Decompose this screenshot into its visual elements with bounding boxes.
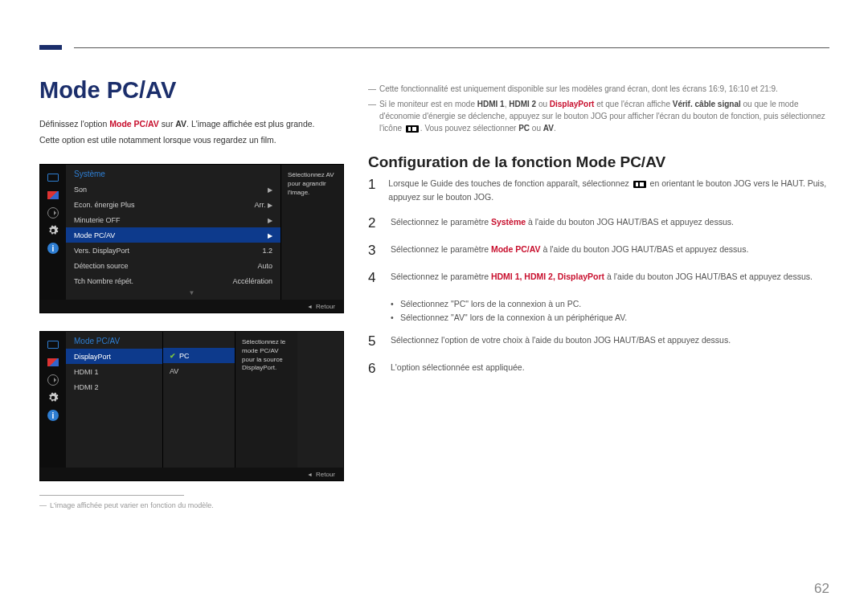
footnote-text: L'image affichée peut varier en fonction… <box>50 501 214 509</box>
step-number: 2 <box>368 215 379 231</box>
step-number: 6 <box>368 361 379 377</box>
step-2: 2 Sélectionnez le paramètre Système à l'… <box>368 215 829 231</box>
return-label: Retour <box>316 471 335 478</box>
step-4: 4 Sélectionnez le paramètre HDMI 1, HDMI… <box>368 270 829 286</box>
picture-icon <box>45 354 61 370</box>
t: PC <box>518 124 530 133</box>
t: Mode PC/AV <box>491 244 541 254</box>
page-number: 62 <box>814 581 829 597</box>
steps-list: 1 Lorsque le Guide des touches de foncti… <box>368 177 829 388</box>
osd-menu-row: HDMI 2 <box>66 379 162 394</box>
t: à l'aide du bouton JOG HAUT/BAS et appuy… <box>526 217 734 227</box>
osd-footer: ◄Retour <box>40 468 343 480</box>
intro-line2: Cette option est utile notamment lorsque… <box>39 133 329 146</box>
t: Mode PC/AV <box>109 119 159 129</box>
step-text: Sélectionnez le paramètre Système à l'ai… <box>391 215 734 229</box>
info-icon: i <box>45 407 61 423</box>
header-rule <box>74 47 829 48</box>
t: HDMI 2 <box>509 100 536 108</box>
osd-header: Système <box>66 170 280 182</box>
osd-menu-row: Mode PC/AV ▶ <box>66 227 280 243</box>
header-accent <box>39 45 62 50</box>
osd-menu-row: DisplayPort <box>66 349 162 364</box>
step-3: 3 Sélectionnez le paramètre Mode PC/AV à… <box>368 243 829 259</box>
osd-menu-row: Econ. énergie PlusArr. ▶ <box>66 197 280 212</box>
step-number: 4 <box>368 270 379 286</box>
dash-icon: ― <box>368 83 376 95</box>
footnote: ―L'image affichée peut varier en fonctio… <box>39 501 214 509</box>
osd-sidebar: i <box>40 165 66 300</box>
back-arrow-icon: ◄ <box>307 472 313 477</box>
osd-header: Mode PC/AV <box>66 337 162 349</box>
osd-menu-row: HDMI 1 <box>66 364 162 379</box>
gear-icon <box>45 390 61 406</box>
osd-menu-row: Détection sourceAuto <box>66 258 280 273</box>
step-1: 1 Lorsque le Guide des touches de foncti… <box>368 177 829 204</box>
t: HDMI 1, HDMI 2, DisplayPort <box>491 272 604 281</box>
osd-sidebar: i <box>40 332 66 468</box>
bullet: Sélectionnez "AV" lors de la connexion à… <box>391 311 829 325</box>
menu-icon <box>406 125 419 133</box>
monitor-icon <box>45 170 61 186</box>
scroll-down-icon: ▼ <box>189 289 195 296</box>
t: HDMI 1 <box>477 100 505 108</box>
osd-menu-row: Minuterie OFF ▶ <box>66 212 280 227</box>
osd-submenu: ✔PCAV <box>162 332 235 468</box>
t: . Vous pouvez sélectionner <box>420 124 518 133</box>
t: Si le moniteur est en mode <box>379 100 477 108</box>
t: à l'aide du bouton JOG HAUT/BAS et appuy… <box>541 244 749 254</box>
bullet: Sélectionnez "PC" lors de la connexion à… <box>391 297 829 312</box>
picture-icon <box>45 187 61 203</box>
menu-icon <box>633 181 646 188</box>
step-text: Sélectionnez le paramètre Mode PC/AV à l… <box>391 243 748 256</box>
osd-menu: Système Son ▶Econ. énergie PlusArr. ▶Min… <box>66 165 280 300</box>
osd-submenu-row: AV <box>163 363 235 378</box>
t: . L'image affichée est plus grande. <box>186 119 314 129</box>
t: sur <box>159 119 175 129</box>
step-5: 5 Sélectionnez l'option de votre choix à… <box>368 333 829 349</box>
info-icon: i <box>45 240 61 256</box>
step-text: L'option sélectionnée est appliquée. <box>391 361 525 374</box>
footnote-rule <box>39 495 184 496</box>
osd-screenshot-1: i Système Son ▶Econ. énergie PlusArr. ▶M… <box>39 164 344 313</box>
rotate-icon <box>45 372 61 388</box>
back-arrow-icon: ◄ <box>307 304 313 309</box>
monitor-icon <box>45 337 61 353</box>
step-number: 1 <box>368 177 377 193</box>
t: AV <box>175 119 186 129</box>
intro-block: Définissez l'option Mode PC/AV sur AV. L… <box>39 117 329 147</box>
osd-menu-row: Tch Nombre répét.Accélération <box>66 273 280 288</box>
step-number: 3 <box>368 243 379 259</box>
t: Sélectionnez le paramètre <box>391 272 491 281</box>
intro-line1: Définissez l'option Mode PC/AV sur AV. L… <box>39 117 329 130</box>
step-text: Sélectionnez le paramètre HDMI 1, HDMI 2… <box>391 270 813 284</box>
osd-description: Sélectionnez le mode PC/AV pour la sourc… <box>235 332 297 468</box>
osd-menu-row: Vers. DisplayPort1.2 <box>66 243 280 258</box>
note-1: ― Cette fonctionnalité est uniquement di… <box>368 83 829 95</box>
t: DisplayPort <box>550 100 595 108</box>
gear-icon <box>45 223 61 239</box>
t: Lorsque le Guide des touches de fonction… <box>388 178 631 188</box>
rotate-icon <box>45 205 61 221</box>
step-text: Lorsque le Guide des touches de fonction… <box>388 177 829 204</box>
sub-bullets: Sélectionnez "PC" lors de la connexion à… <box>391 297 829 326</box>
config-title: Configuration de la fonction Mode PC/AV <box>368 153 665 171</box>
return-label: Retour <box>316 303 335 310</box>
note-2-text: Si le moniteur est en mode HDMI 1, HDMI … <box>379 98 829 134</box>
step-text: Sélectionnez l'option de votre choix à l… <box>391 333 731 347</box>
t: AV <box>543 124 554 133</box>
t: . <box>554 124 556 133</box>
side-notes: ― Cette fonctionnalité est uniquement di… <box>368 83 829 137</box>
osd-footer: ◄Retour <box>40 300 343 313</box>
dash-icon: ― <box>368 98 376 134</box>
dash-icon: ― <box>39 501 47 509</box>
t: Définissez l'option <box>39 119 109 129</box>
note-2: ― Si le moniteur est en mode HDMI 1, HDM… <box>368 98 829 134</box>
osd-menu: Mode PC/AV DisplayPortHDMI 1HDMI 2 <box>66 332 162 468</box>
step-number: 5 <box>368 333 379 349</box>
osd-submenu-row: ✔PC <box>163 348 235 363</box>
osd-menu-row: Son ▶ <box>66 182 280 197</box>
t: et que l'écran affiche <box>594 100 672 108</box>
t: ou <box>536 100 550 108</box>
osd-screenshot-2: i Mode PC/AV DisplayPortHDMI 1HDMI 2 ✔PC… <box>39 331 344 481</box>
